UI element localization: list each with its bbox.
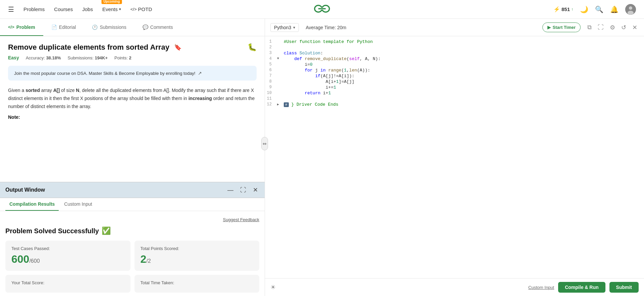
submit-button[interactable]: Submit xyxy=(609,282,639,293)
problem-meta: Easy Accuracy: 38.18% Submissions: 194K+… xyxy=(8,55,257,60)
settings-button[interactable]: ⚙ xyxy=(608,23,616,32)
points-meta: Points: 2 xyxy=(114,55,131,60)
test-cases-label: Test Cases Passed: xyxy=(11,246,124,251)
problem-description: Given a sorted array A[] of size N, dele… xyxy=(8,87,257,110)
editor-toolbar: Python3 ▾ Average Time: 20m ▶ Start Time… xyxy=(265,19,644,36)
panel-resize-handle[interactable]: ⇔ xyxy=(261,137,268,150)
nav-item-potd[interactable]: </> POTD xyxy=(130,6,152,12)
code-editor[interactable]: 1 #User function template for Python 2 3… xyxy=(265,36,644,278)
timer-play-icon: ▶ xyxy=(547,25,551,30)
time-taken-label: Total Time Taken: xyxy=(141,280,254,285)
nav-item-courses[interactable]: Courses xyxy=(54,6,73,12)
success-row: Problem Solved Successfully ✅ xyxy=(5,227,259,235)
test-cases-value: 600/600 xyxy=(11,253,124,265)
copy-code-button[interactable]: ⧉ xyxy=(586,23,593,32)
stats-grid: Test Cases Passed: 600/600 Total Points … xyxy=(5,241,259,293)
nav-item-events[interactable]: Upcoming Events ▾ xyxy=(102,6,121,12)
code-tag-icon: </> xyxy=(8,24,14,30)
test-cases-number: 600 xyxy=(11,253,29,265)
fullscreen-button[interactable]: ⛶ xyxy=(596,23,605,32)
note-label: Note: xyxy=(8,114,257,120)
output-tab-custom-input[interactable]: Custom Input xyxy=(60,198,96,211)
problem-content: Remove duplicate elements from sorted Ar… xyxy=(0,36,265,182)
nav-item-problems[interactable]: Problems xyxy=(23,6,45,12)
editor-bottom-bar: ☀ Custom Input Compile & Run Submit xyxy=(265,278,644,296)
streak-value: 851 xyxy=(561,6,570,12)
dsa-course-banner[interactable]: Join the most popular course on DSA. Mas… xyxy=(8,66,257,81)
navbar: ☰ Problems Courses Jobs Upcoming Events … xyxy=(0,0,644,19)
code-line-5: 5 i=0 xyxy=(265,62,644,67)
output-tab-bar: Compilation Results Custom Input xyxy=(0,198,265,211)
tab-problem[interactable]: </> Problem xyxy=(0,19,43,36)
test-cases-card: Test Cases Passed: 600/600 xyxy=(5,241,130,271)
code-line-2: 2 xyxy=(265,45,644,50)
document-icon: 📄 xyxy=(51,24,57,30)
nav-right: ⚡ 851 ↑ 🌙 🔍 🔔 xyxy=(553,4,636,15)
code-line-6: 6 for j in range(1,len(A)): xyxy=(265,67,644,73)
points-scored-card: Total Points Scored: 2/2 xyxy=(135,241,260,271)
editor-action-buttons: ⧉ ⛶ ⚙ ↺ ✕ xyxy=(586,23,639,32)
language-label: Python3 xyxy=(274,25,291,30)
code-line-10: 10 return i+1 xyxy=(265,90,644,96)
points-scored-total: /2 xyxy=(146,258,151,264)
start-timer-button[interactable]: ▶ Start Timer xyxy=(542,22,581,32)
site-logo[interactable] xyxy=(314,3,330,16)
close-editor-button[interactable]: ✕ xyxy=(631,23,639,32)
code-line-3: 3 class Solution: xyxy=(265,50,644,56)
tab-comments[interactable]: 💬 Comments xyxy=(135,19,181,36)
reset-button[interactable]: ↺ xyxy=(620,23,628,32)
code-icon: </> xyxy=(130,7,137,12)
code-line-9: 9 i+=1 xyxy=(265,85,644,90)
tab-editorial[interactable]: 📄 Editorial xyxy=(43,19,84,36)
code-lines: 1 #User function template for Python 2 3… xyxy=(265,36,644,110)
streak-counter: ⚡ 851 ↑ xyxy=(553,6,573,12)
success-title: Problem Solved Successfully xyxy=(5,227,99,235)
notification-icon[interactable]: 🔔 xyxy=(610,5,619,13)
search-icon[interactable]: 🔍 xyxy=(595,5,603,13)
output-tab-compilation[interactable]: Compilation Results xyxy=(5,198,59,211)
bug-icon[interactable]: 🐛 xyxy=(248,43,257,52)
code-line-8: 8 A[i+1]=A[j] xyxy=(265,79,644,85)
test-cases-total: /600 xyxy=(29,258,40,264)
success-check-icon: ✅ xyxy=(102,227,111,235)
output-window: Output Window — ⛶ ✕ Compilation Results … xyxy=(0,182,265,296)
submissions-meta: Submissions: 194K+ xyxy=(67,55,108,60)
svg-point-6 xyxy=(628,11,634,15)
brightness-icon[interactable]: ☀ xyxy=(270,284,276,291)
expand-button[interactable]: ⛶ xyxy=(239,186,248,194)
problem-tab-bar: </> Problem 📄 Editorial 🕐 Submissions 💬 … xyxy=(0,19,265,36)
clock-icon: 🕐 xyxy=(92,24,98,30)
hamburger-icon[interactable]: ☰ xyxy=(8,5,14,13)
bookmark-icon[interactable]: 🔖 xyxy=(174,44,181,51)
points-scored-label: Total Points Scored: xyxy=(141,246,254,251)
custom-input-link[interactable]: Custom Input xyxy=(528,285,554,290)
tab-submissions[interactable]: 🕐 Submissions xyxy=(84,19,134,36)
upcoming-badge: Upcoming xyxy=(101,0,122,4)
accuracy-meta: Accuracy: 38.18% xyxy=(26,55,61,60)
nav-left: ☰ Problems Courses Jobs Upcoming Events … xyxy=(8,5,152,13)
nav-events-label[interactable]: Events xyxy=(102,6,118,12)
problem-title-row: Remove duplicate elements from sorted Ar… xyxy=(8,43,257,52)
language-selector[interactable]: Python3 ▾ xyxy=(270,23,299,32)
close-button[interactable]: ✕ xyxy=(252,186,259,194)
lightning-icon: ⚡ xyxy=(553,6,560,12)
problem-title: Remove duplicate elements from sorted Ar… xyxy=(8,43,169,52)
minimize-button[interactable]: — xyxy=(226,186,235,194)
theme-toggle-icon[interactable]: 🌙 xyxy=(580,5,588,13)
banner-text: Join the most popular course on DSA. Mas… xyxy=(14,71,195,76)
left-panel: </> Problem 📄 Editorial 🕐 Submissions 💬 … xyxy=(0,19,265,296)
compile-run-button[interactable]: Compile & Run xyxy=(558,282,605,293)
user-avatar[interactable] xyxy=(625,4,636,15)
total-score-label: Your Total Score: xyxy=(11,280,124,285)
streak-up-icon: ↑ xyxy=(571,7,573,12)
suggest-feedback-link[interactable]: Suggest Feedback xyxy=(5,216,259,223)
total-score-card: Your Total Score: xyxy=(5,275,130,293)
code-line-1: 1 #User function template for Python xyxy=(265,39,644,45)
chevron-down-icon: ▾ xyxy=(119,7,121,11)
nav-item-jobs[interactable]: Jobs xyxy=(82,6,93,12)
points-scored-number: 2 xyxy=(141,253,147,265)
external-link-icon: ↗ xyxy=(198,70,202,76)
output-window-header: Output Window — ⛶ ✕ xyxy=(0,182,265,198)
time-taken-card: Total Time Taken: xyxy=(135,275,260,293)
code-line-7: 7 if(A[j]!=A[i]): xyxy=(265,73,644,79)
